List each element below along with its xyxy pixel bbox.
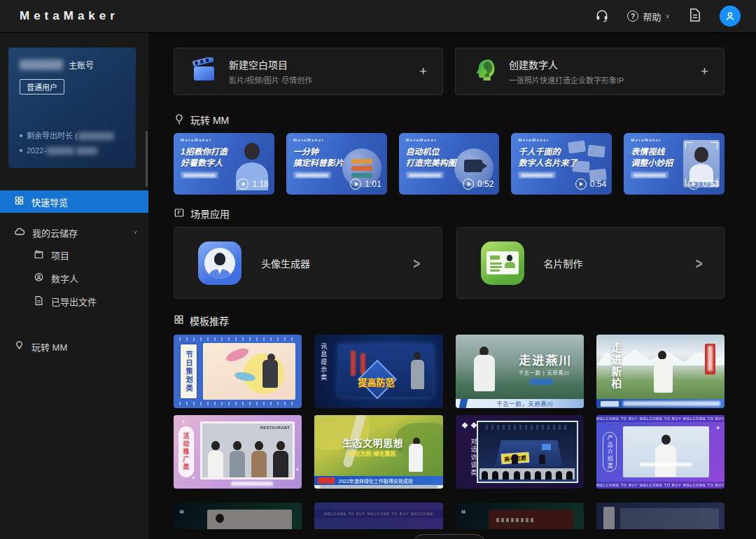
user-tier-badge: 普通用户 — [20, 79, 64, 94]
user-avatar[interactable] — [720, 6, 741, 27]
lower-third-banner: 千古一韵，天府燕川 — [456, 399, 584, 408]
sidebar-item-quick-tour[interactable]: 快速导览 — [0, 190, 148, 213]
section-scene-apps-title: 场景应用 — [190, 206, 230, 220]
video-card[interactable]: MetaMaker千人千面的数字人名片来了0:54 — [511, 133, 612, 195]
group-photo: RESTAURANT — [200, 421, 295, 479]
person-icon — [34, 272, 44, 285]
help-label: 帮助 — [643, 10, 661, 23]
news-ticker — [314, 485, 442, 489]
document-icon — [688, 8, 701, 24]
bulb-icon — [174, 113, 185, 127]
video-tag — [518, 172, 556, 178]
chevron-down-icon: ˅ — [134, 229, 137, 236]
template-card-festival[interactable]: 节日策划类 — [174, 335, 302, 408]
file-icon — [34, 295, 44, 308]
template-subline: 千古一韵 | 天府燕川 — [519, 369, 570, 376]
template-headline: 走进新柏 — [609, 342, 621, 390]
export-time-remaining: 剩余导出时长 ( — [20, 129, 126, 144]
template-card-partial[interactable]: WELCOME TO BUY WELCOME TO BUY WELCOME — [314, 503, 442, 529]
template-headline: 提高防范 — [358, 375, 395, 388]
template-card-partial[interactable]: ❝ — [174, 503, 302, 529]
video-card[interactable]: MetaMaker1招教你打造好看数字人1:18 — [174, 133, 274, 195]
documents-button[interactable] — [688, 8, 701, 24]
template-category-label: 节日策划类 — [180, 344, 197, 399]
template-subline: 绿化为民·绿化惠民 — [349, 449, 396, 457]
template-category-label: 讯息提示类 — [319, 343, 328, 382]
sidebar-item-label: 已导出文件 — [51, 295, 97, 308]
action-card-title: 新建空白项目 — [229, 57, 312, 71]
video-duration: 0:54 — [575, 178, 606, 190]
welcome-strip-bottom: WELCOME TO BUY WELCOME TO BUY WELCOME TO… — [596, 482, 724, 489]
business-card-graphic — [486, 251, 519, 274]
sidebar-scrollbar[interactable] — [146, 131, 148, 187]
main-content: 新建空白项目影片/视频/图片 尽情创作+创建数字人一张照片快速打造企业数字形象I… — [148, 33, 756, 539]
business-card-card[interactable]: 名片制作> — [456, 227, 725, 299]
top-navbar: MetaMaker ? 帮助 ∨ — [0, 0, 756, 33]
lower-third-banner — [596, 399, 724, 408]
template-card-xinbai[interactable]: 走进新柏 — [596, 335, 724, 408]
video-title: 千人千面的数字人名片来了 — [518, 147, 577, 169]
action-card-texts: 创建数字人一张照片快速打造企业数字形象IP — [509, 57, 624, 85]
play-icon — [575, 178, 587, 190]
template-card-interview[interactable]: ◆ 对话访谈类 ◆高考志愿 — [456, 415, 584, 489]
news-banner: 2022年造林绿化工作取得实效成效 — [314, 476, 442, 485]
account-type-label: 主账号 — [69, 59, 94, 71]
headset-icon — [595, 8, 609, 24]
sidebar-item-play-mm[interactable]: 玩转 MM — [0, 335, 148, 358]
video-title: 自动机位打造完美构图 — [406, 147, 456, 169]
restaurant-sign: RESTAURANT — [260, 426, 290, 430]
video-watermark: MetaMaker — [631, 138, 662, 142]
quote-mark: ❝ — [179, 508, 184, 519]
help-menu[interactable]: ? 帮助 ∨ — [627, 10, 670, 23]
chevron-right-icon: > — [696, 253, 703, 273]
template-category-label: 活动推广类 — [178, 426, 194, 477]
view-more-button[interactable]: 查看更多 — [412, 534, 486, 539]
video-watermark: MetaMaker — [293, 138, 325, 142]
template-category-label: 产品介绍类 — [603, 432, 617, 472]
video-duration: 1:18 — [237, 178, 268, 190]
sidebar-item-digital-humans[interactable]: 数字人 — [0, 267, 148, 290]
section-play-mm-header: 玩转 MM — [174, 113, 724, 127]
template-card-partial[interactable]: ❝ — [456, 503, 584, 529]
template-card-eco[interactable]: 生态文明思想绿化为民·绿化惠民2022年造林绿化工作取得实效成效 — [314, 415, 442, 489]
audience-row — [479, 468, 575, 479]
video-card[interactable]: MetaMaker一分钟搞定科普影片1:01 — [286, 133, 387, 195]
grid-icon — [174, 314, 184, 327]
duration-label: 0:54 — [590, 179, 606, 189]
video-card[interactable]: MetaMaker表情视线调整小妙招0:53 — [624, 133, 724, 195]
template-card-alert[interactable]: 讯息提示类提高防范 — [314, 335, 442, 408]
create-digital-human-card[interactable]: 创建数字人一张照片快速打造企业数字形象IP+ — [455, 48, 724, 95]
news-channel-label — [318, 477, 335, 484]
video-duration: 0:52 — [463, 178, 493, 190]
action-card-subtitle: 一张照片快速打造企业数字形象IP — [509, 74, 624, 85]
sidebar-item-label: 数字人 — [51, 272, 78, 285]
festival-illustration — [203, 343, 295, 400]
business-card-icon — [481, 241, 524, 285]
template-card-event[interactable]: ✦✦✦✦活动推广类RESTAURANT — [174, 415, 302, 489]
template-card-partial[interactable] — [596, 503, 724, 529]
sidebar-item-projects[interactable]: 项目 — [0, 244, 148, 267]
template-headline: 生态文明思想 — [343, 435, 404, 449]
template-card-yanchuan[interactable]: 走进燕川千古一韵 | 天府燕川千古一韵，天府燕川 — [456, 335, 584, 408]
chevron-down-icon: ∨ — [665, 13, 670, 20]
welcome-strip: WELCOME TO BUY WELCOME TO BUY WELCOME — [314, 510, 442, 518]
sidebar-item-cloud-storage[interactable]: 我的云储存˅ — [0, 221, 148, 244]
action-card-texts: 新建空白项目影片/视频/图片 尽情创作 — [229, 57, 312, 85]
red-seal — [705, 344, 715, 374]
avatar-generator-card[interactable]: 头像生成器> — [174, 227, 442, 299]
banner-text: 千古一韵，天府燕川 — [497, 400, 554, 407]
user-info-card: 主账号 普通用户 剩余导出时长 ( 2022- — [8, 48, 136, 168]
action-card-subtitle: 影片/视频/图片 尽情创作 — [229, 74, 312, 85]
video-card[interactable]: MetaMaker自动机位打造完美构图0:52 — [399, 133, 500, 195]
bulb-icon — [14, 340, 24, 353]
scene-app-label: 名片制作 — [544, 256, 583, 270]
plus-icon: + — [701, 64, 708, 79]
template-card-welcome[interactable]: WELCOME TO BUY WELCOME TO BUY WELCOME TO… — [596, 415, 724, 489]
new-blank-project-card[interactable]: 新建空白项目影片/视频/图片 尽情创作+ — [174, 48, 443, 95]
play-icon — [237, 178, 248, 190]
duration-label: 1:01 — [365, 179, 381, 189]
support-button[interactable] — [595, 8, 609, 24]
welcome-strip-top: WELCOME TO BUY WELCOME TO BUY WELCOME TO… — [596, 415, 724, 422]
grid-icon — [14, 195, 24, 208]
sidebar-item-exported-files[interactable]: 已导出文件 — [0, 290, 148, 313]
